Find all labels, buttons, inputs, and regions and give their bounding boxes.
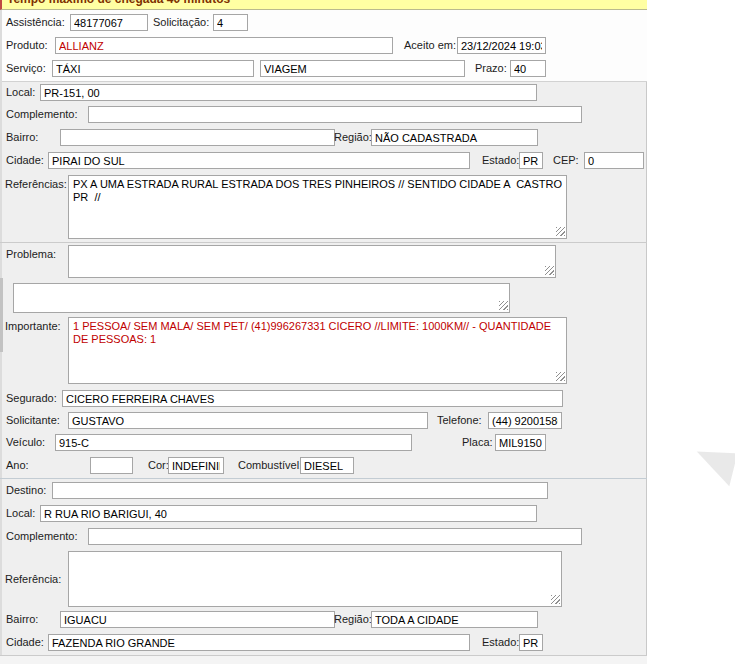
solicitacao-input[interactable] — [213, 14, 248, 31]
assistencia-input[interactable] — [70, 14, 148, 31]
destino-local-label: Local: — [6, 507, 35, 519]
combustivel-input[interactable] — [300, 457, 354, 474]
complemento-label: Complemento: — [6, 108, 78, 120]
combustivel-label: Combustível: — [238, 459, 302, 471]
prazo-label: Prazo: — [475, 62, 507, 74]
bairro-input[interactable] — [60, 129, 335, 146]
aceito-em-label: Aceito em: — [404, 39, 456, 51]
cor-label: Cor: — [148, 459, 169, 471]
cidade-input[interactable] — [48, 152, 470, 169]
resize-grip-icon[interactable] — [556, 227, 565, 236]
solicitacao-label: Solicitação: — [153, 16, 209, 28]
destino-referencia-label: Referência: — [5, 573, 61, 585]
destino-local-input[interactable] — [40, 505, 537, 522]
veiculo-label: Veículo: — [6, 436, 45, 448]
panel-left-strip — [0, 278, 3, 352]
estado-label: Estado: — [482, 154, 519, 166]
cor-input[interactable] — [168, 457, 224, 474]
resize-grip-icon[interactable] — [556, 372, 565, 381]
resize-grip-icon[interactable] — [545, 266, 554, 275]
resize-grip-icon[interactable] — [551, 595, 560, 604]
telefone-label: Telefone: — [437, 414, 482, 426]
telefone-input[interactable] — [488, 412, 562, 429]
destino-cidade-input[interactable] — [48, 634, 470, 651]
cep-input[interactable] — [584, 152, 644, 169]
assistencia-label: Assistência: — [6, 16, 65, 28]
importante-label: Importante: — [5, 320, 61, 332]
cep-label: CEP: — [553, 154, 579, 166]
referencias-label: Referências: — [5, 178, 67, 190]
importante-textarea[interactable]: 1 PESSOA/ SEM MALA/ SEM PET/ (41)9962673… — [68, 317, 567, 384]
destino-regiao-input[interactable] — [371, 611, 538, 628]
observacao-textarea[interactable] — [13, 283, 510, 313]
problema-label: Problema: — [6, 248, 56, 260]
destino-bairro-input[interactable] — [60, 611, 335, 628]
estado-input[interactable] — [519, 152, 543, 169]
referencias-textarea[interactable]: PX A UMA ESTRADA RURAL ESTRADA DOS TRES … — [68, 175, 567, 239]
section-divider — [0, 242, 647, 243]
destino-estado-input[interactable] — [519, 634, 543, 651]
resize-grip-icon[interactable] — [499, 301, 508, 310]
placa-label: Placa: — [462, 436, 493, 448]
aceito-em-input[interactable] — [457, 37, 546, 54]
cidade-label: Cidade: — [6, 154, 44, 166]
destino-cidade-label: Cidade: — [6, 636, 44, 648]
destino-complemento-label: Complemento: — [6, 530, 78, 542]
destino-complemento-input[interactable] — [88, 528, 582, 545]
local-label: Local: — [6, 86, 35, 98]
ano-input[interactable] — [90, 457, 133, 474]
segurado-input[interactable] — [62, 390, 563, 407]
servico-tipo-input[interactable] — [260, 60, 465, 77]
destino-estado-label: Estado: — [482, 636, 519, 648]
complemento-input[interactable] — [88, 106, 582, 123]
prazo-input[interactable] — [510, 60, 546, 77]
solicitante-label: Solicitante: — [6, 414, 60, 426]
servico-label: Serviço: — [6, 62, 46, 74]
destino-referencia-textarea[interactable] — [68, 551, 562, 607]
section-divider — [0, 478, 647, 479]
produto-input[interactable] — [55, 37, 393, 54]
segurado-label: Segurado: — [6, 392, 57, 404]
max-arrival-time-banner: Tempo máximo de chegada 40 minutos — [0, 0, 647, 10]
destino-input[interactable] — [52, 482, 548, 499]
regiao-label: Região: — [334, 131, 372, 143]
solicitante-input[interactable] — [68, 412, 428, 429]
cursor-artifact-icon — [690, 444, 735, 487]
placa-input[interactable] — [495, 434, 546, 451]
bairro-label: Bairro: — [6, 131, 38, 143]
produto-label: Produto: — [6, 39, 48, 51]
right-margin — [648, 0, 735, 664]
destino-regiao-label: Região: — [334, 613, 372, 625]
banner-text: Tempo máximo de chegada 40 minutos — [7, 0, 230, 6]
destino-bairro-label: Bairro: — [6, 613, 38, 625]
local-input[interactable] — [40, 84, 537, 101]
veiculo-input[interactable] — [55, 434, 412, 451]
servico-input[interactable] — [52, 60, 254, 77]
ano-label: Ano: — [6, 459, 29, 471]
form-panel: Tempo máximo de chegada 40 minutos Assis… — [0, 0, 647, 664]
regiao-input[interactable] — [371, 129, 538, 146]
problema-textarea[interactable] — [68, 245, 556, 278]
bottom-strip — [0, 656, 647, 664]
assistance-detail-screen: Tempo máximo de chegada 40 minutos Assis… — [0, 0, 735, 664]
destino-label: Destino: — [6, 484, 46, 496]
